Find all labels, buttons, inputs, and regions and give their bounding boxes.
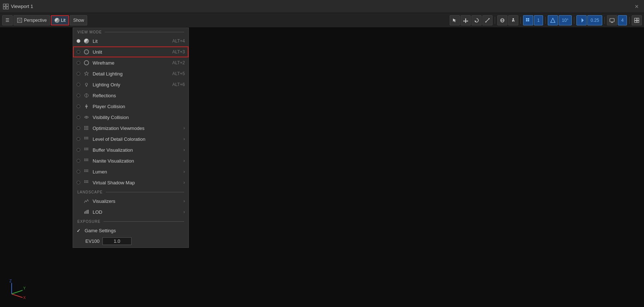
show-button[interactable]: Show bbox=[70, 15, 87, 25]
scale-icon bbox=[485, 18, 490, 23]
menu-item-visibility-collision[interactable]: Visibility Collision bbox=[73, 112, 189, 123]
menu-item-reflections[interactable]: Reflections bbox=[73, 90, 189, 101]
scale-tool-button[interactable] bbox=[482, 15, 493, 25]
menu-item-visualizers[interactable]: Visualizers › bbox=[73, 196, 189, 206]
menu-item-detail-lighting[interactable]: Detail Lighting ALT+5 bbox=[73, 68, 189, 79]
scale-value-button[interactable]: 0.25 bbox=[587, 15, 602, 25]
menu-item-wireframe[interactable]: Wireframe ALT+2 bbox=[73, 57, 189, 68]
svg-rect-64 bbox=[87, 159, 88, 160]
svg-text:X: X bbox=[23, 296, 26, 300]
lit-button[interactable]: Lit bbox=[51, 15, 69, 25]
rotation-snapping-button[interactable] bbox=[548, 15, 558, 25]
svg-rect-78 bbox=[86, 182, 87, 183]
svg-line-10 bbox=[486, 19, 489, 22]
globe-icon bbox=[500, 18, 505, 23]
scale-snap-icon bbox=[579, 18, 584, 23]
svg-rect-83 bbox=[88, 210, 89, 214]
grid-size-button[interactable]: 1 bbox=[534, 15, 543, 25]
layout-button[interactable] bbox=[632, 15, 642, 25]
rotation-angle-button[interactable]: 10° bbox=[559, 15, 572, 25]
lit-menu-label: Lit bbox=[93, 38, 172, 44]
viewport-title: Viewport 1 bbox=[11, 4, 632, 9]
lumen-dot bbox=[77, 170, 80, 173]
lit-label: Lit bbox=[61, 18, 66, 23]
svg-rect-57 bbox=[86, 148, 87, 149]
player-collision-dot bbox=[77, 105, 80, 108]
optimization-icon bbox=[83, 125, 90, 131]
svg-rect-43 bbox=[87, 126, 88, 127]
svg-line-28 bbox=[12, 294, 23, 298]
svg-rect-47 bbox=[84, 129, 85, 130]
menu-item-nanite-visualization[interactable]: Nanite Visualization › bbox=[73, 155, 189, 166]
select-tool-button[interactable] bbox=[450, 15, 460, 25]
scale-snapping-button[interactable] bbox=[576, 15, 587, 25]
svg-rect-17 bbox=[526, 20, 527, 21]
svg-rect-65 bbox=[84, 160, 85, 161]
svg-text:Z: Z bbox=[9, 279, 12, 283]
menu-button[interactable]: ☰ bbox=[2, 15, 13, 25]
svg-rect-67 bbox=[87, 160, 88, 161]
menu-item-lit[interactable]: Lit ALT+4 bbox=[73, 36, 189, 46]
svg-point-40 bbox=[86, 116, 87, 118]
landscape-section-label: LANDSCAPE bbox=[73, 188, 189, 196]
svg-rect-50 bbox=[84, 137, 85, 138]
visibility-collision-dot bbox=[77, 115, 80, 119]
svg-rect-16 bbox=[528, 18, 529, 20]
vsm-label: Virtual Shadow Map bbox=[93, 180, 182, 185]
visualizers-label: Visualizers bbox=[93, 198, 182, 204]
move-tool-button[interactable] bbox=[461, 15, 471, 25]
menu-item-lod-coloration[interactable]: Level of Detail Coloration › bbox=[73, 134, 189, 144]
svg-rect-71 bbox=[84, 171, 85, 172]
perspective-button[interactable]: Perspective bbox=[13, 15, 50, 25]
svg-rect-15 bbox=[526, 18, 527, 20]
svg-rect-18 bbox=[528, 20, 529, 21]
camera-speed-button[interactable] bbox=[607, 15, 617, 25]
menu-item-lumen[interactable]: Lumen › bbox=[73, 166, 189, 177]
world-space-button[interactable] bbox=[497, 15, 507, 25]
menu-item-buffer-visualization[interactable]: Buffer Visualization › bbox=[73, 144, 189, 155]
grid-snapping-button[interactable] bbox=[523, 15, 533, 25]
svg-rect-63 bbox=[86, 159, 87, 160]
svg-line-30 bbox=[12, 290, 23, 294]
menu-item-optimization-viewmodes[interactable]: Optimization Viewmodes › bbox=[73, 123, 189, 134]
surface-snapping-button[interactable] bbox=[508, 15, 518, 25]
nanite-vis-arrow: › bbox=[183, 158, 185, 163]
toolbar: ☰ Perspective Lit Show bbox=[0, 13, 644, 28]
reflections-dot bbox=[77, 94, 80, 97]
view-mode-dropdown: VIEW MODE Lit ALT+4 Unlit ALT+3 Wirefram… bbox=[73, 28, 189, 248]
unlit-menu-icon bbox=[83, 49, 90, 55]
camera-speed-value-button[interactable]: 4 bbox=[618, 15, 627, 25]
detail-lighting-shortcut: ALT+5 bbox=[172, 71, 185, 76]
rotate-tool-button[interactable] bbox=[471, 15, 482, 25]
rotation-angle-label: 10° bbox=[562, 18, 568, 23]
svg-rect-21 bbox=[610, 19, 614, 22]
lod-arrow: › bbox=[183, 209, 185, 214]
menu-item-lod[interactable]: LOD › bbox=[73, 206, 189, 217]
close-button[interactable]: ✕ bbox=[632, 2, 641, 11]
svg-rect-0 bbox=[3, 4, 5, 6]
hamburger-icon: ☰ bbox=[5, 18, 9, 23]
svg-rect-42 bbox=[86, 126, 87, 127]
svg-rect-56 bbox=[84, 148, 85, 149]
menu-item-virtual-shadow-map[interactable]: Virtual Shadow Map › bbox=[73, 177, 189, 188]
lumen-icon bbox=[83, 168, 90, 175]
view-mode-section-label: VIEW MODE bbox=[73, 28, 189, 36]
menu-item-game-settings[interactable]: ✓ Game Settings bbox=[73, 225, 189, 236]
menu-item-player-collision[interactable]: Player Collision bbox=[73, 101, 189, 112]
svg-rect-26 bbox=[635, 21, 637, 22]
lighting-only-dot bbox=[77, 83, 80, 86]
wireframe-shortcut: ALT+2 bbox=[172, 60, 185, 65]
visibility-collision-label: Visibility Collision bbox=[93, 115, 185, 120]
svg-rect-3 bbox=[6, 7, 8, 9]
separator-2 bbox=[521, 17, 521, 24]
svg-rect-54 bbox=[86, 138, 87, 139]
ev100-input[interactable] bbox=[102, 237, 131, 245]
visualizers-arrow: › bbox=[183, 198, 185, 204]
svg-rect-41 bbox=[84, 126, 85, 127]
menu-item-lighting-only[interactable]: Lighting Only ALT+6 bbox=[73, 79, 189, 90]
svg-rect-51 bbox=[86, 137, 87, 138]
svg-rect-59 bbox=[84, 149, 85, 150]
separator-6 bbox=[629, 17, 629, 24]
exposure-section-label: EXPOSURE bbox=[73, 217, 189, 225]
menu-item-unlit[interactable]: Unlit ALT+3 bbox=[73, 46, 189, 57]
